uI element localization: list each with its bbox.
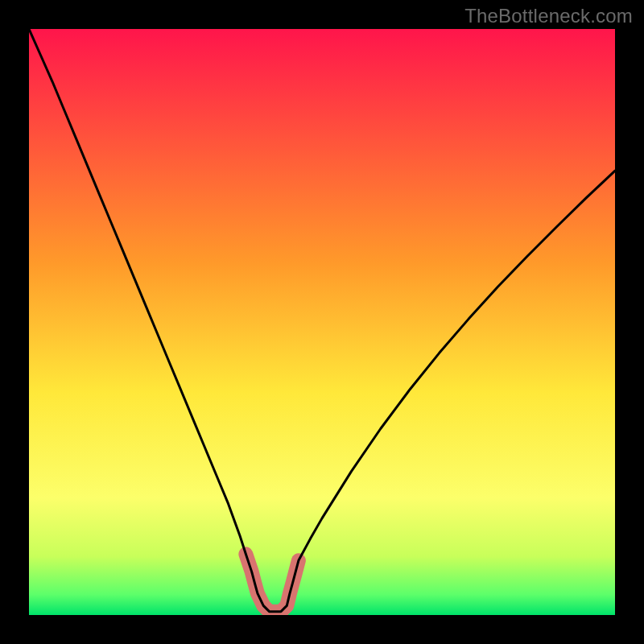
bottleneck-chart	[29, 29, 615, 615]
watermark-text: TheBottleneck.com	[464, 5, 633, 27]
plot-area	[29, 29, 615, 615]
chart-frame: TheBottleneck.com	[0, 0, 644, 644]
gradient-background	[29, 29, 615, 615]
